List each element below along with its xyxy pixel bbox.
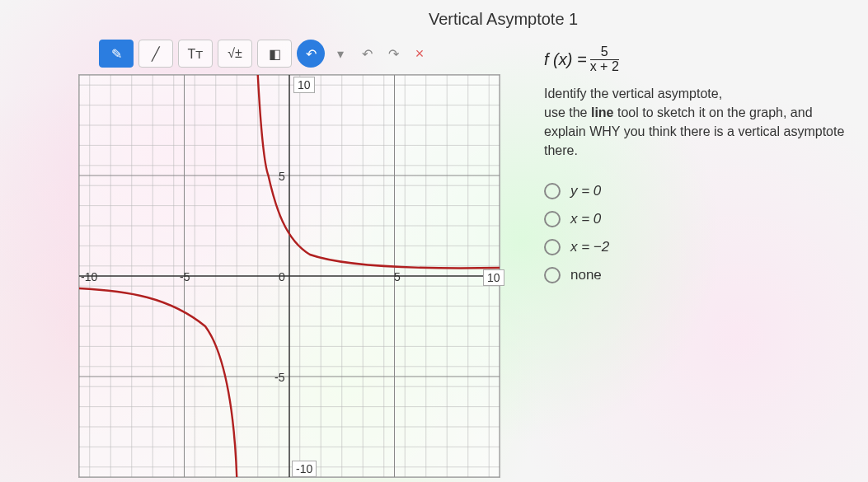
toolbar: ✎ ╱ Tᴛ √± ◧ ↶ ▾ ↶ ↷ × [99,40,430,68]
line-tool[interactable]: ╱ [138,40,173,68]
option-x-equals-0[interactable]: x = 0 [544,211,857,227]
equation-lhs: f (x) = [544,50,587,69]
undo-button[interactable]: ↶ [297,40,325,68]
radio-icon [544,211,561,227]
y-tick-neg10: -10 [292,461,317,477]
text-icon: Tᴛ [188,46,204,62]
page-title: Vertical Asymptote 1 [429,10,578,29]
pen-tool[interactable]: ✎ [99,40,134,68]
radio-icon [544,267,561,283]
eraser-tool[interactable]: ◧ [257,40,292,68]
y-tick-10: 10 [293,77,315,93]
question-panel: f (x) = 5 x + 2 Identify the vertical as… [544,45,857,283]
y-tick-5: 5 [275,169,289,184]
x-tick-neg5: -5 [176,269,193,284]
graph-svg [79,75,500,477]
option-label: x = 0 [570,211,601,227]
y-tick-0: 0 [275,269,289,284]
option-label: none [570,267,602,283]
instructions: Identify the vertical asymptote, use the… [544,84,857,161]
chevron-down-icon: ▾ [337,46,344,62]
eraser-icon: ◧ [269,46,281,62]
option-x-equals-neg2[interactable]: x = −2 [544,239,857,255]
equation-numerator: 5 [601,45,608,59]
close-icon: × [415,45,425,63]
equation: f (x) = 5 x + 2 [544,45,857,74]
x-tick-10: 10 [483,269,504,286]
instruction-line-1: Identify the vertical asymptote, [544,84,857,103]
line-icon: ╱ [152,46,160,62]
option-label: y = 0 [570,183,601,199]
dropdown-button[interactable]: ▾ [330,43,351,64]
undo2-icon: ↶ [362,46,373,62]
equation-denominator: x + 2 [590,59,619,74]
undo-icon: ↶ [306,46,317,62]
pen-icon: ✎ [111,46,122,62]
instr-l2c: tool to sketch it on the graph, and [614,105,813,119]
close-button[interactable]: × [409,43,430,64]
x-tick-neg10: -10 [77,269,101,284]
answer-options: y = 0 x = 0 x = −2 none [544,183,857,283]
redo-button[interactable]: ↷ [382,43,404,64]
instruction-line-3: explain WHY you think there is a vertica… [544,122,857,160]
graph-area[interactable]: 10 5 0 -5 -10 -10 -5 5 10 [78,74,500,478]
instr-l2a: use the [544,105,591,119]
redo-icon: ↷ [388,46,399,62]
instruction-line-2: use the line tool to sketch it on the gr… [544,103,857,122]
radio-icon [544,239,561,255]
math-tool[interactable]: √± [218,40,252,68]
radio-icon [544,183,561,199]
math-icon: √± [228,46,242,61]
instr-l2b: line [591,105,614,119]
option-y-equals-0[interactable]: y = 0 [544,183,857,199]
undo2-button[interactable]: ↶ [356,43,378,64]
x-tick-5: 5 [391,269,404,284]
option-none[interactable]: none [544,267,857,283]
option-label: x = −2 [570,239,609,255]
equation-fraction: 5 x + 2 [590,45,619,74]
y-tick-neg5: -5 [271,370,288,385]
text-tool[interactable]: Tᴛ [178,40,213,68]
